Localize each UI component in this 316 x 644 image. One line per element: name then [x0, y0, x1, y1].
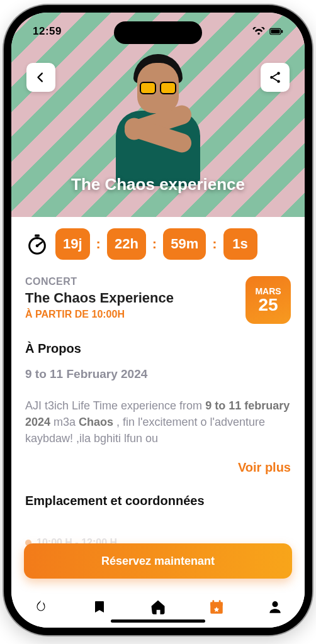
- svg-rect-12: [213, 600, 215, 603]
- phone-frame: 12:59: [4, 5, 312, 635]
- countdown-sep: :: [96, 236, 101, 252]
- tab-home[interactable]: [145, 594, 171, 619]
- fire-icon: [33, 599, 49, 615]
- countdown: 19j : 22h : 59m : 1s: [25, 228, 291, 260]
- countdown-sep: :: [152, 236, 157, 252]
- share-button[interactable]: [261, 63, 290, 92]
- status-time: 12:59: [33, 25, 62, 38]
- location-heading: Emplacement et coordonnées: [25, 494, 291, 508]
- svg-rect-13: [219, 600, 221, 603]
- tab-events[interactable]: [204, 594, 229, 619]
- arrow-left-icon: [34, 70, 48, 84]
- calendar-icon: [208, 599, 225, 615]
- tab-saved[interactable]: [87, 594, 112, 619]
- battery-icon: [269, 27, 283, 36]
- event-name: The Chaos Experience: [25, 290, 238, 306]
- event-date-badge: MARS 25: [245, 276, 291, 324]
- wifi-icon: [252, 27, 266, 36]
- home-icon: [149, 598, 167, 616]
- about-date: 9 to 11 February 2024: [25, 367, 291, 381]
- status-icons: [252, 27, 283, 36]
- bookmark-icon: [92, 599, 107, 615]
- hero-title: The Chaos experience: [71, 175, 245, 194]
- about-heading: À Propos: [25, 341, 291, 356]
- tab-discover[interactable]: [28, 594, 54, 619]
- countdown-days: 19j: [55, 228, 90, 260]
- date-badge-day: 25: [258, 296, 278, 314]
- tab-profile[interactable]: [262, 594, 288, 619]
- svg-rect-1: [271, 30, 279, 33]
- svg-point-14: [273, 601, 278, 607]
- svg-point-9: [36, 244, 39, 247]
- svg-rect-7: [35, 235, 40, 237]
- screen: 12:59: [11, 13, 305, 628]
- home-indicator: [111, 619, 205, 623]
- back-button[interactable]: [26, 63, 55, 92]
- svg-rect-11: [210, 602, 223, 605]
- reserve-button[interactable]: Réservez maintenant: [24, 543, 292, 579]
- stopwatch-icon: [25, 232, 49, 256]
- svg-rect-8: [37, 237, 38, 240]
- svg-rect-2: [281, 30, 283, 33]
- see-more-link[interactable]: Voir plus: [25, 460, 291, 475]
- share-icon: [268, 70, 282, 84]
- event-category: CONCERT: [25, 276, 238, 287]
- countdown-sep: :: [212, 236, 217, 252]
- countdown-hours: 22h: [107, 228, 146, 260]
- countdown-minutes: 59m: [163, 228, 206, 260]
- status-bar: 12:59: [11, 13, 305, 50]
- user-icon: [267, 599, 283, 615]
- event-start-time: À PARTIR DE 10:00H: [25, 309, 238, 320]
- about-body: AJI t3ich Life Time experience from 9 to…: [25, 397, 291, 447]
- countdown-seconds: 1s: [223, 228, 257, 260]
